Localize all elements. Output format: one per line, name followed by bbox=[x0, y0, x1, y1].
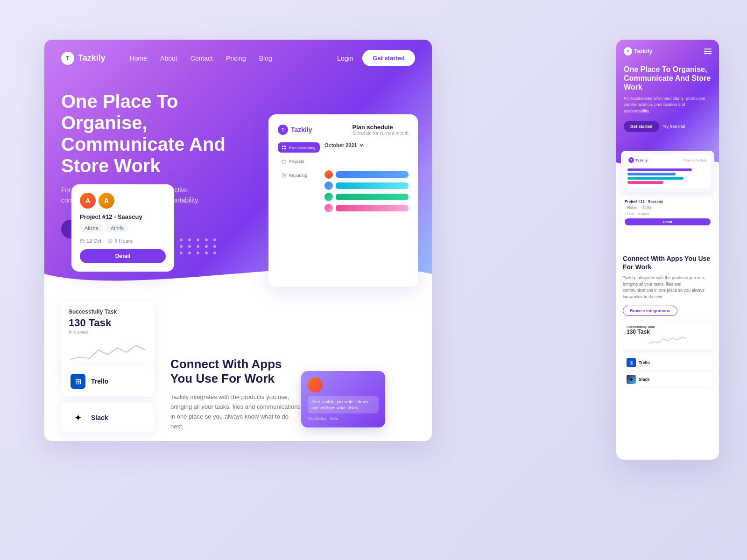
logo: T Tazkily bbox=[61, 52, 106, 65]
avatar-alisha: A bbox=[80, 193, 96, 209]
chart-icon bbox=[282, 173, 286, 178]
ms-bar-pink bbox=[627, 181, 663, 184]
project-detail-button[interactable]: Detail bbox=[80, 249, 166, 263]
mobile-nav: T Tazkily bbox=[624, 47, 712, 56]
ms-bar-purple bbox=[627, 168, 692, 171]
right-stats-val: 130 Task bbox=[627, 329, 709, 335]
mobile-tag-alisha: Alisha bbox=[625, 205, 638, 210]
project-meta: 12 Oct 6 Hours bbox=[80, 238, 166, 244]
hamburger-line-1 bbox=[704, 49, 712, 49]
bar-avatar-2 bbox=[324, 182, 333, 190]
schedule-nav-reporting[interactable]: Reporting bbox=[278, 170, 320, 181]
schedule-nav-projects[interactable]: Projects bbox=[278, 156, 320, 167]
bar-avatar-4 bbox=[324, 204, 333, 212]
slack-name: Slack bbox=[91, 414, 108, 421]
svg-line-14 bbox=[284, 175, 285, 176]
nav-right: Login Get started bbox=[337, 50, 415, 66]
chat-avatar bbox=[308, 378, 323, 392]
mobile-screenshot: T Tazkily Plan schedule bbox=[621, 151, 714, 192]
bar-row-3 bbox=[324, 193, 409, 201]
right-slack-item: ✦ Slack bbox=[623, 372, 712, 386]
mobile-screenshot-inner: T Tazkily Plan schedule bbox=[625, 154, 711, 188]
folder-icon bbox=[282, 159, 286, 164]
slack-icon: ✦ bbox=[70, 410, 85, 425]
bar-row-2 bbox=[324, 182, 409, 190]
schedule-logo: T Tazkily bbox=[278, 124, 312, 136]
mobile-hero: T Tazkily One Place To Organise, Communi… bbox=[616, 40, 719, 169]
schedule-title: Plan schedule bbox=[352, 124, 409, 131]
schedule-grid: October 2021 bbox=[324, 142, 409, 273]
mobile-project-card: Project #12 - Saascuy Alisha Athifa 12 O… bbox=[621, 196, 714, 229]
right-connect-title: Connect With Apps You Use For Work bbox=[623, 254, 712, 271]
hamburger-line-2 bbox=[704, 51, 712, 52]
stats-card: Successfully Task 130 Task this week bbox=[61, 301, 155, 373]
schedule-header: T Tazkily Plan schedule Schedule for cur… bbox=[278, 124, 409, 136]
stats-value: 130 Task bbox=[69, 317, 147, 329]
mobile-detail-button[interactable]: Detail bbox=[625, 218, 711, 225]
ms-plan-title: Plan schedule bbox=[684, 158, 707, 162]
mini-chart bbox=[69, 341, 147, 364]
mobile-logo: T Tazkily bbox=[624, 47, 652, 56]
mobile-try-free-button[interactable]: Try free trial bbox=[663, 121, 685, 132]
nav-pricing[interactable]: Pricing bbox=[226, 55, 246, 62]
bar-2 bbox=[336, 182, 409, 189]
nav-blog[interactable]: Blog bbox=[259, 55, 272, 62]
nav-cta-button[interactable]: Get started bbox=[362, 50, 415, 66]
right-lower: Connect With Apps You Use For Work Tazki… bbox=[616, 229, 719, 393]
bar-row-4 bbox=[324, 204, 409, 212]
project-tags: Alisha Athifa bbox=[80, 224, 166, 232]
bar-1 bbox=[336, 171, 409, 178]
lower-section: Successfully Task 130 Task this week ⊞ T… bbox=[44, 292, 432, 441]
chat-card: After a while, just write it down and te… bbox=[301, 371, 385, 427]
project-avatars: A A bbox=[80, 193, 166, 209]
tag-alisha: Alisha bbox=[80, 224, 103, 232]
ms-logo: T Tazkily bbox=[628, 157, 648, 163]
right-stats-mini: Successfully Task 130 Task bbox=[623, 322, 712, 350]
nav-about[interactable]: About bbox=[160, 55, 177, 62]
schedule-card: T Tazkily Plan schedule Schedule for cur… bbox=[268, 114, 418, 287]
tag-athifa: Athifa bbox=[106, 224, 128, 232]
stats-sub: this week bbox=[69, 330, 147, 335]
mobile-hero-title: One Place To Organise, Communicate And S… bbox=[624, 65, 712, 92]
schedule-subtitle: Schedule for current month bbox=[352, 131, 409, 136]
bar-3 bbox=[336, 194, 409, 200]
schedule-nav-planning[interactable]: Plan scheduling bbox=[278, 142, 320, 153]
mobile-project-date: 12 Oct bbox=[625, 212, 634, 216]
logo-icon: T bbox=[61, 52, 74, 65]
project-hours: 6 Hours bbox=[108, 238, 133, 244]
schedule-bars bbox=[324, 152, 409, 212]
trello-name: Trello bbox=[91, 378, 108, 385]
svg-line-6 bbox=[110, 241, 111, 241]
bar-avatar-3 bbox=[324, 193, 333, 201]
mobile-project-tags: Alisha Athifa bbox=[625, 205, 711, 210]
mobile-project-title: Project #12 - Saascuy bbox=[625, 199, 711, 203]
svg-rect-9 bbox=[282, 148, 283, 149]
grid-icon bbox=[282, 145, 286, 150]
nav-login[interactable]: Login bbox=[337, 55, 353, 62]
trello-card: ⊞ Trello bbox=[61, 366, 155, 396]
schedule-nav: Plan scheduling Projects Reporting bbox=[278, 142, 320, 273]
right-trello-name: Trello bbox=[639, 360, 650, 365]
bar-4 bbox=[336, 205, 409, 211]
project-card: A A Project #12 - Saascuy Alisha Athifa … bbox=[71, 184, 174, 272]
mobile-get-started-button[interactable]: Get started bbox=[624, 121, 659, 132]
dots-decoration bbox=[180, 238, 218, 254]
schedule-sidebar: Plan scheduling Projects Reporting Octob… bbox=[278, 142, 409, 273]
slack-card: ✦ Slack bbox=[61, 403, 155, 433]
navbar: T Tazkily Home About Contact Pricing Blo… bbox=[44, 40, 432, 77]
clock-icon bbox=[108, 238, 113, 243]
right-slack-name: Slack bbox=[639, 377, 650, 382]
calendar-icon bbox=[80, 238, 85, 243]
avatar-athifa: A bbox=[99, 193, 114, 209]
month-header: October 2021 bbox=[324, 142, 409, 148]
nav-home[interactable]: Home bbox=[130, 55, 147, 62]
hamburger-menu[interactable] bbox=[704, 49, 712, 54]
bar-row-1 bbox=[324, 170, 409, 179]
nav-contact[interactable]: Contact bbox=[190, 55, 213, 62]
schedule-title-area: Plan schedule Schedule for current month bbox=[352, 124, 409, 136]
right-browse-button[interactable]: Browse integrations bbox=[623, 306, 677, 316]
project-title: Project #12 - Saascuy bbox=[80, 213, 166, 220]
stats-title: Successfully Task bbox=[69, 308, 147, 315]
mobile-hero-buttons: Get started Try free trial bbox=[624, 121, 712, 132]
mobile-logo-icon: T bbox=[624, 47, 632, 56]
